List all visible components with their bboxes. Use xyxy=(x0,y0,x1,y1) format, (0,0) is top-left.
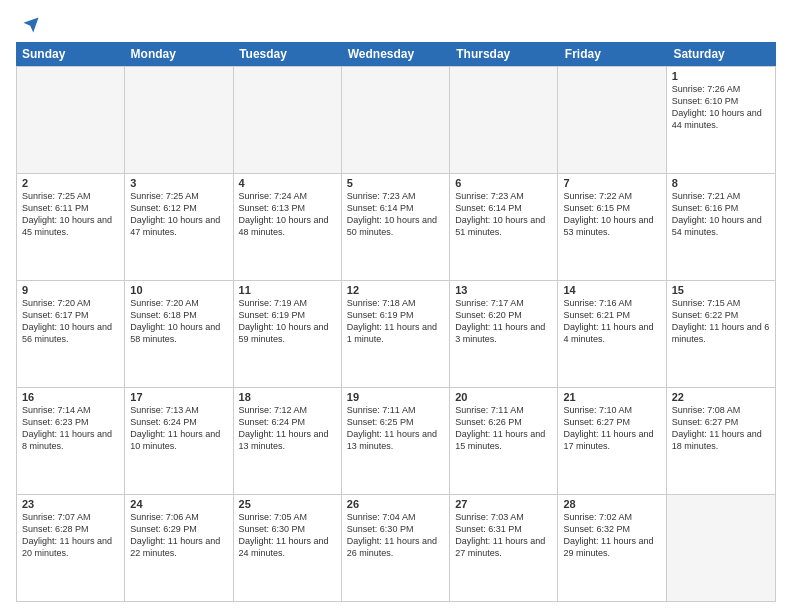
calendar-cell: 14Sunrise: 7:16 AM Sunset: 6:21 PM Dayli… xyxy=(558,281,666,387)
day-number: 27 xyxy=(455,498,552,510)
cell-info: Sunrise: 7:19 AM Sunset: 6:19 PM Dayligh… xyxy=(239,297,336,346)
day-number: 10 xyxy=(130,284,227,296)
cell-info: Sunrise: 7:11 AM Sunset: 6:26 PM Dayligh… xyxy=(455,404,552,453)
cell-info: Sunrise: 7:16 AM Sunset: 6:21 PM Dayligh… xyxy=(563,297,660,346)
calendar-cell: 28Sunrise: 7:02 AM Sunset: 6:32 PM Dayli… xyxy=(558,495,666,601)
header-cell-thursday: Thursday xyxy=(450,42,559,66)
page: SundayMondayTuesdayWednesdayThursdayFrid… xyxy=(0,0,792,612)
header-cell-monday: Monday xyxy=(125,42,234,66)
calendar-cell: 3Sunrise: 7:25 AM Sunset: 6:12 PM Daylig… xyxy=(125,174,233,280)
cell-info: Sunrise: 7:20 AM Sunset: 6:18 PM Dayligh… xyxy=(130,297,227,346)
cell-info: Sunrise: 7:15 AM Sunset: 6:22 PM Dayligh… xyxy=(672,297,770,346)
calendar-cell: 27Sunrise: 7:03 AM Sunset: 6:31 PM Dayli… xyxy=(450,495,558,601)
day-number: 24 xyxy=(130,498,227,510)
calendar-cell: 17Sunrise: 7:13 AM Sunset: 6:24 PM Dayli… xyxy=(125,388,233,494)
calendar-cell: 1Sunrise: 7:26 AM Sunset: 6:10 PM Daylig… xyxy=(667,67,775,173)
calendar-cell: 18Sunrise: 7:12 AM Sunset: 6:24 PM Dayli… xyxy=(234,388,342,494)
day-number: 6 xyxy=(455,177,552,189)
calendar-cell: 24Sunrise: 7:06 AM Sunset: 6:29 PM Dayli… xyxy=(125,495,233,601)
cell-info: Sunrise: 7:26 AM Sunset: 6:10 PM Dayligh… xyxy=(672,83,770,132)
calendar-row-4: 23Sunrise: 7:07 AM Sunset: 6:28 PM Dayli… xyxy=(17,494,775,601)
cell-info: Sunrise: 7:23 AM Sunset: 6:14 PM Dayligh… xyxy=(347,190,444,239)
calendar-cell: 15Sunrise: 7:15 AM Sunset: 6:22 PM Dayli… xyxy=(667,281,775,387)
cell-info: Sunrise: 7:13 AM Sunset: 6:24 PM Dayligh… xyxy=(130,404,227,453)
calendar-cell xyxy=(342,67,450,173)
calendar-cell: 6Sunrise: 7:23 AM Sunset: 6:14 PM Daylig… xyxy=(450,174,558,280)
day-number: 21 xyxy=(563,391,660,403)
cell-info: Sunrise: 7:23 AM Sunset: 6:14 PM Dayligh… xyxy=(455,190,552,239)
calendar-cell: 19Sunrise: 7:11 AM Sunset: 6:25 PM Dayli… xyxy=(342,388,450,494)
header-cell-sunday: Sunday xyxy=(16,42,125,66)
day-number: 8 xyxy=(672,177,770,189)
calendar-cell xyxy=(17,67,125,173)
cell-info: Sunrise: 7:20 AM Sunset: 6:17 PM Dayligh… xyxy=(22,297,119,346)
cell-info: Sunrise: 7:24 AM Sunset: 6:13 PM Dayligh… xyxy=(239,190,336,239)
calendar-header: SundayMondayTuesdayWednesdayThursdayFrid… xyxy=(16,42,776,66)
calendar-row-2: 9Sunrise: 7:20 AM Sunset: 6:17 PM Daylig… xyxy=(17,280,775,387)
day-number: 18 xyxy=(239,391,336,403)
logo-text xyxy=(16,16,40,34)
day-number: 13 xyxy=(455,284,552,296)
calendar-cell: 10Sunrise: 7:20 AM Sunset: 6:18 PM Dayli… xyxy=(125,281,233,387)
calendar-cell: 23Sunrise: 7:07 AM Sunset: 6:28 PM Dayli… xyxy=(17,495,125,601)
cell-info: Sunrise: 7:21 AM Sunset: 6:16 PM Dayligh… xyxy=(672,190,770,239)
header xyxy=(16,16,776,34)
day-number: 17 xyxy=(130,391,227,403)
calendar-cell: 11Sunrise: 7:19 AM Sunset: 6:19 PM Dayli… xyxy=(234,281,342,387)
cell-info: Sunrise: 7:02 AM Sunset: 6:32 PM Dayligh… xyxy=(563,511,660,560)
calendar-cell: 21Sunrise: 7:10 AM Sunset: 6:27 PM Dayli… xyxy=(558,388,666,494)
cell-info: Sunrise: 7:07 AM Sunset: 6:28 PM Dayligh… xyxy=(22,511,119,560)
calendar-row-1: 2Sunrise: 7:25 AM Sunset: 6:11 PM Daylig… xyxy=(17,173,775,280)
day-number: 3 xyxy=(130,177,227,189)
calendar-cell: 13Sunrise: 7:17 AM Sunset: 6:20 PM Dayli… xyxy=(450,281,558,387)
calendar-cell: 16Sunrise: 7:14 AM Sunset: 6:23 PM Dayli… xyxy=(17,388,125,494)
cell-info: Sunrise: 7:04 AM Sunset: 6:30 PM Dayligh… xyxy=(347,511,444,560)
cell-info: Sunrise: 7:03 AM Sunset: 6:31 PM Dayligh… xyxy=(455,511,552,560)
day-number: 22 xyxy=(672,391,770,403)
calendar-cell: 8Sunrise: 7:21 AM Sunset: 6:16 PM Daylig… xyxy=(667,174,775,280)
calendar-cell: 26Sunrise: 7:04 AM Sunset: 6:30 PM Dayli… xyxy=(342,495,450,601)
cell-info: Sunrise: 7:25 AM Sunset: 6:11 PM Dayligh… xyxy=(22,190,119,239)
cell-info: Sunrise: 7:17 AM Sunset: 6:20 PM Dayligh… xyxy=(455,297,552,346)
cell-info: Sunrise: 7:08 AM Sunset: 6:27 PM Dayligh… xyxy=(672,404,770,453)
logo-bird-icon xyxy=(22,16,40,34)
day-number: 25 xyxy=(239,498,336,510)
day-number: 2 xyxy=(22,177,119,189)
header-cell-tuesday: Tuesday xyxy=(233,42,342,66)
calendar-cell: 9Sunrise: 7:20 AM Sunset: 6:17 PM Daylig… xyxy=(17,281,125,387)
calendar-cell: 7Sunrise: 7:22 AM Sunset: 6:15 PM Daylig… xyxy=(558,174,666,280)
calendar-row-3: 16Sunrise: 7:14 AM Sunset: 6:23 PM Dayli… xyxy=(17,387,775,494)
day-number: 5 xyxy=(347,177,444,189)
calendar-cell xyxy=(450,67,558,173)
calendar-cell xyxy=(667,495,775,601)
calendar-cell xyxy=(558,67,666,173)
calendar-cell xyxy=(234,67,342,173)
day-number: 19 xyxy=(347,391,444,403)
day-number: 1 xyxy=(672,70,770,82)
calendar-cell: 5Sunrise: 7:23 AM Sunset: 6:14 PM Daylig… xyxy=(342,174,450,280)
cell-info: Sunrise: 7:12 AM Sunset: 6:24 PM Dayligh… xyxy=(239,404,336,453)
cell-info: Sunrise: 7:10 AM Sunset: 6:27 PM Dayligh… xyxy=(563,404,660,453)
day-number: 14 xyxy=(563,284,660,296)
calendar-cell: 20Sunrise: 7:11 AM Sunset: 6:26 PM Dayli… xyxy=(450,388,558,494)
day-number: 11 xyxy=(239,284,336,296)
day-number: 9 xyxy=(22,284,119,296)
logo xyxy=(16,16,40,34)
header-cell-saturday: Saturday xyxy=(667,42,776,66)
calendar: SundayMondayTuesdayWednesdayThursdayFrid… xyxy=(16,42,776,602)
day-number: 7 xyxy=(563,177,660,189)
calendar-cell: 22Sunrise: 7:08 AM Sunset: 6:27 PM Dayli… xyxy=(667,388,775,494)
day-number: 26 xyxy=(347,498,444,510)
cell-info: Sunrise: 7:22 AM Sunset: 6:15 PM Dayligh… xyxy=(563,190,660,239)
calendar-cell xyxy=(125,67,233,173)
cell-info: Sunrise: 7:11 AM Sunset: 6:25 PM Dayligh… xyxy=(347,404,444,453)
cell-info: Sunrise: 7:18 AM Sunset: 6:19 PM Dayligh… xyxy=(347,297,444,346)
day-number: 4 xyxy=(239,177,336,189)
day-number: 12 xyxy=(347,284,444,296)
calendar-body: 1Sunrise: 7:26 AM Sunset: 6:10 PM Daylig… xyxy=(16,66,776,602)
calendar-cell: 25Sunrise: 7:05 AM Sunset: 6:30 PM Dayli… xyxy=(234,495,342,601)
cell-info: Sunrise: 7:05 AM Sunset: 6:30 PM Dayligh… xyxy=(239,511,336,560)
header-cell-wednesday: Wednesday xyxy=(342,42,451,66)
day-number: 16 xyxy=(22,391,119,403)
cell-info: Sunrise: 7:06 AM Sunset: 6:29 PM Dayligh… xyxy=(130,511,227,560)
